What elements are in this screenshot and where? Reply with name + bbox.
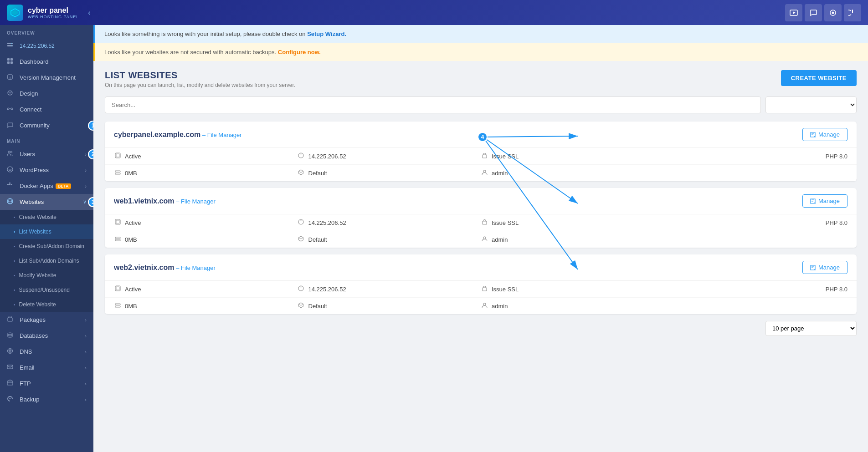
sidebar-item-connect[interactable]: Connect (0, 102, 93, 117)
svg-line-54 (299, 238, 301, 239)
svg-rect-50 (483, 221, 487, 224)
svg-line-45 (301, 171, 303, 173)
info-owner-2: admin (481, 302, 664, 310)
website-card-2: web2.vietnix.com – File Manager Manage A… (105, 254, 857, 314)
sidebar-item-users[interactable]: Users › 2 (0, 146, 93, 162)
file-manager-link-1[interactable]: – File Manager (176, 198, 216, 205)
email-icon (7, 364, 16, 371)
sidebar-item-server-ip[interactable]: 14.225.206.52 (0, 38, 93, 54)
annotation-3: 3 (88, 197, 93, 207)
svg-line-55 (301, 238, 303, 239)
file-manager-link-2[interactable]: – File Manager (176, 264, 216, 271)
create-website-button[interactable]: CREATE WEBSITE (781, 70, 857, 86)
package-value-2: Default (308, 303, 327, 310)
overview-section-title: OVERVIEW (0, 25, 93, 38)
ip-icon-2 (298, 285, 305, 293)
sidebar-item-docker[interactable]: Docker Apps BETA › (0, 178, 93, 194)
svg-text:i: i (10, 76, 10, 80)
owner-value-1: admin (492, 236, 508, 243)
alert-backup: Looks like your websites are not secured… (93, 43, 868, 61)
sidebar-item-community[interactable]: Community 1 (0, 117, 93, 133)
sidebar-item-email[interactable]: Email › (0, 360, 93, 376)
info-ip-0: 14.225.206.52 (298, 152, 481, 160)
header-chat-button[interactable] (805, 4, 822, 21)
page-title: LIST WEBSITES (105, 70, 295, 81)
backup-icon (7, 396, 16, 403)
info-ssl-0: Issue SSL (481, 152, 664, 160)
sidebar-item-version[interactable]: i Version Management (0, 70, 93, 86)
status-value-1: Active (125, 219, 141, 226)
sidebar-item-modify-website[interactable]: Modify Website (0, 268, 93, 283)
info-storage-2: 0MB (114, 302, 298, 310)
svg-point-18 (11, 108, 13, 110)
sidebar-item-suspend[interactable]: Suspend/Unsuspend (0, 283, 93, 297)
file-manager-link-0[interactable]: – File Manager (202, 132, 242, 138)
storage-value-1: 0MB (125, 236, 137, 243)
sidebar-item-ftp[interactable]: FTP › (0, 376, 93, 391)
layout: OVERVIEW 14.225.206.52 Dashboard i Versi… (0, 25, 868, 452)
svg-point-46 (483, 170, 486, 173)
sidebar-item-databases[interactable]: Databases › (0, 328, 93, 344)
backup-chevron: › (85, 397, 87, 402)
sidebar-item-packages[interactable]: Packages › (0, 312, 93, 328)
email-chevron: › (85, 365, 87, 371)
sidebar-item-list-sub-addon[interactable]: List Sub/Addon Domains (0, 254, 93, 268)
sidebar-item-create-website[interactable]: Create Website (0, 210, 93, 224)
website-card-header-1: web1.vietnix.com – File Manager Manage (105, 188, 857, 214)
pagination-select[interactable]: 10 per page 25 per page 50 per page (765, 321, 857, 336)
php-version-2: PHP 8.0 (664, 286, 848, 293)
docker-icon (7, 182, 16, 190)
svg-point-21 (10, 151, 12, 153)
databases-icon (7, 332, 16, 340)
header-power-button[interactable] (844, 4, 861, 21)
users-chevron: › (85, 152, 87, 157)
sidebar-item-dns[interactable]: DNS › (0, 344, 93, 360)
sidebar-item-backup[interactable]: Backup › (0, 391, 93, 407)
configure-backup-link[interactable]: Configure now. (278, 49, 321, 56)
sidebar-item-list-websites[interactable]: List Websites (0, 224, 93, 239)
sidebar-item-create-sub-addon[interactable]: Create Sub/Addon Domain (0, 239, 93, 254)
annotation-1: 1 (88, 121, 93, 131)
sidebar-item-websites[interactable]: Websites ∨ 3 (0, 194, 93, 210)
svg-rect-26 (11, 184, 12, 185)
svg-marker-3 (793, 11, 796, 14)
search-input[interactable] (105, 96, 761, 113)
status-icon-1 (114, 219, 121, 226)
svg-rect-62 (115, 306, 120, 307)
owner-value-0: admin (492, 170, 508, 177)
manage-button-2[interactable]: Manage (802, 261, 847, 274)
php-version-1: PHP 8.0 (664, 219, 848, 226)
status-value-0: Active (125, 153, 141, 160)
sidebar-item-delete-website[interactable]: Delete Website (0, 297, 93, 312)
manage-button-1[interactable]: Manage (802, 194, 847, 208)
users-icon (7, 150, 16, 158)
header-settings-button[interactable] (824, 4, 842, 21)
svg-text:W: W (9, 168, 12, 172)
info-ssl-2: Issue SSL (481, 285, 664, 293)
search-select[interactable]: Active Suspended (765, 96, 857, 113)
manage-button-0[interactable]: Manage (802, 128, 847, 141)
status-value-2: Active (125, 286, 141, 293)
setup-wizard-link[interactable]: Setup Wizard. (307, 30, 346, 37)
package-icon-1 (298, 236, 305, 243)
svg-line-44 (299, 171, 301, 173)
svg-rect-52 (115, 239, 120, 241)
svg-rect-61 (115, 304, 120, 305)
package-value-1: Default (308, 236, 327, 243)
info-package-2: Default (298, 302, 481, 310)
storage-icon-1 (114, 236, 121, 243)
website-info-row-1-1: 0MB Default admin (105, 231, 857, 248)
collapse-button[interactable]: ‹ (88, 9, 90, 17)
svg-marker-1 (12, 10, 18, 15)
ftp-chevron: › (85, 381, 87, 386)
websites-chevron: ∨ (83, 199, 87, 205)
storage-value-0: 0MB (125, 170, 137, 177)
owner-icon-1 (481, 236, 488, 243)
sidebar-item-design[interactable]: Design (0, 86, 93, 102)
sidebar-item-wordpress[interactable]: W WordPress › (0, 162, 93, 178)
svg-rect-25 (9, 184, 10, 185)
ip-value-2: 14.225.206.52 (308, 286, 346, 293)
svg-point-20 (8, 151, 10, 153)
header-tutorials-button[interactable] (785, 4, 802, 21)
sidebar-item-dashboard[interactable]: Dashboard (0, 54, 93, 70)
